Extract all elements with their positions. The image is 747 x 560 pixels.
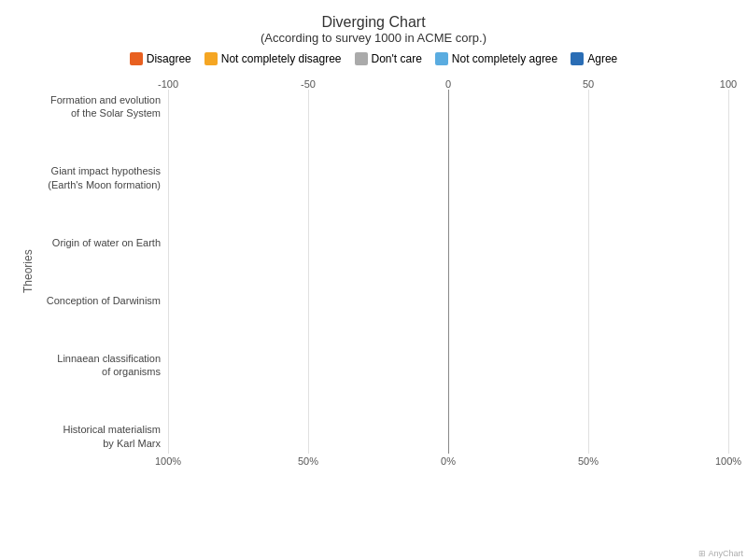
watermark: ⊞ AnyChart: [698, 549, 743, 558]
legend-color-swatch: [571, 52, 584, 65]
legend-label: Not completely agree: [452, 52, 557, 65]
bottom-axis: 100%50%0%50%100%: [168, 454, 728, 472]
bar-row: [168, 344, 728, 382]
legend-item: Not completely disagree: [204, 52, 342, 65]
bars-section: -100-50050100 100%50%0%50%100%: [168, 71, 728, 472]
bar-row: [168, 284, 728, 321]
legend-label: Disagree: [147, 52, 191, 65]
chart-container: Diverging Chart (According to survey 100…: [0, 0, 747, 560]
chart-area: Theories Formation and evolutionof the S…: [19, 71, 728, 472]
bottom-axis-tick: 50%: [578, 455, 599, 467]
bottom-axis-tick: 100%: [155, 455, 181, 467]
bar-row: [168, 162, 728, 200]
legend-color-swatch: [204, 52, 218, 65]
top-axis: -100-50050100: [168, 71, 728, 90]
y-axis-label: Theories: [19, 71, 37, 472]
legend-item: Agree: [571, 52, 617, 65]
bottom-axis-tick: 100%: [715, 455, 741, 467]
top-axis-tick: 0: [445, 78, 451, 90]
top-axis-tick: -100: [158, 78, 178, 90]
chart-legend: DisagreeNot completely disagreeDon't car…: [19, 52, 728, 65]
legend-color-swatch: [435, 52, 448, 65]
legend-color-swatch: [355, 52, 368, 65]
chart-subtitle: (According to survey 1000 in ACME corp.): [19, 31, 728, 45]
legend-label: Not completely disagree: [221, 52, 342, 65]
bars-wrapper: [168, 90, 728, 454]
bottom-axis-tick: 0%: [441, 455, 456, 467]
top-axis-tick: 50: [583, 78, 594, 90]
legend-item: Disagree: [130, 52, 191, 65]
legend-item: Not completely agree: [435, 52, 557, 65]
top-axis-tick: 100: [720, 78, 737, 90]
bar-row: [168, 405, 728, 442]
legend-label: Don't care: [372, 52, 422, 65]
grid-line: [728, 90, 729, 454]
top-axis-tick: -50: [301, 78, 316, 90]
y-categories: Formation and evolutionof the Solar Syst…: [37, 71, 168, 472]
y-category-label: Historical materialismby Karl Marx: [37, 421, 161, 452]
bar-row: [168, 102, 728, 139]
legend-color-swatch: [130, 52, 143, 65]
legend-label: Agree: [587, 52, 617, 65]
y-category-label: Conception of Darwinism: [37, 292, 161, 309]
y-category-label: Linnaean classificationof organisms: [37, 350, 161, 381]
bottom-axis-tick: 50%: [298, 455, 318, 467]
legend-item: Don't care: [355, 52, 422, 65]
bar-row: [168, 223, 728, 260]
y-category-label: Origin of water on Earth: [37, 234, 161, 251]
y-category-label: Formation and evolutionof the Solar Syst…: [37, 91, 161, 122]
y-category-label: Giant impact hypothesis(Earth's Moon for…: [37, 162, 161, 193]
chart-title: Diverging Chart: [19, 14, 728, 31]
